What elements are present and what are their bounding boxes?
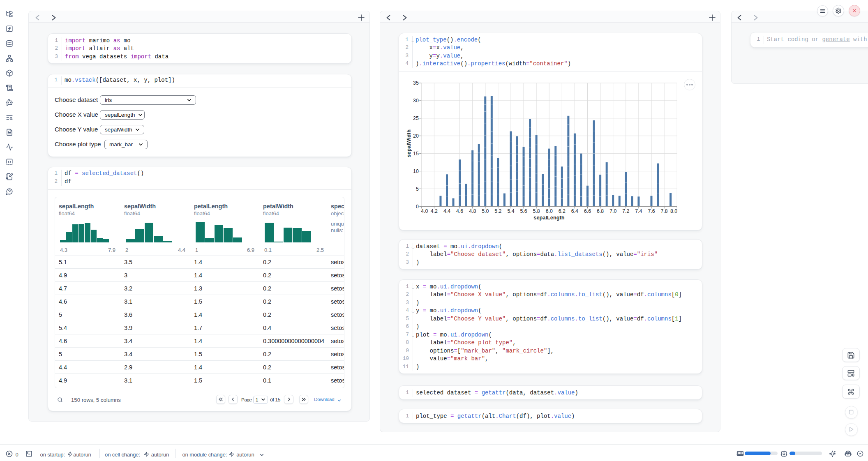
- svg-text:7.8: 7.8: [661, 208, 668, 214]
- svg-text:4.8: 4.8: [469, 208, 476, 214]
- svg-text:5.8: 5.8: [533, 208, 540, 214]
- svg-text:4.6: 4.6: [456, 208, 463, 214]
- svg-text:5.4: 5.4: [507, 208, 514, 214]
- svg-text:4.2: 4.2: [431, 208, 438, 214]
- svg-text:6.6: 6.6: [584, 208, 591, 214]
- svg-text:5.0: 5.0: [482, 208, 489, 214]
- svg-text:0: 0: [416, 204, 419, 210]
- svg-text:7.4: 7.4: [635, 208, 642, 214]
- svg-text:5: 5: [416, 186, 419, 192]
- svg-text:6.8: 6.8: [597, 208, 604, 214]
- svg-text:7.0: 7.0: [609, 208, 616, 214]
- svg-text:8.0: 8.0: [670, 208, 677, 214]
- svg-text:6.4: 6.4: [571, 208, 578, 214]
- svg-text:sepalWidth: sepalWidth: [406, 129, 412, 157]
- svg-text:6.0: 6.0: [546, 208, 553, 214]
- svg-text:6.2: 6.2: [559, 208, 566, 214]
- svg-text:15: 15: [413, 151, 419, 157]
- svg-text:7.2: 7.2: [622, 208, 629, 214]
- svg-text:20: 20: [413, 133, 419, 139]
- svg-text:5.6: 5.6: [520, 208, 527, 214]
- svg-text:35: 35: [413, 80, 419, 86]
- svg-text:7.6: 7.6: [648, 208, 655, 214]
- svg-text:sepalLength: sepalLength: [533, 214, 565, 221]
- svg-text:25: 25: [413, 115, 419, 121]
- svg-text:10: 10: [413, 168, 419, 174]
- svg-text:30: 30: [413, 98, 419, 104]
- svg-text:5.2: 5.2: [494, 208, 501, 214]
- svg-text:4.4: 4.4: [443, 208, 450, 214]
- svg-text:4.0: 4.0: [421, 208, 428, 214]
